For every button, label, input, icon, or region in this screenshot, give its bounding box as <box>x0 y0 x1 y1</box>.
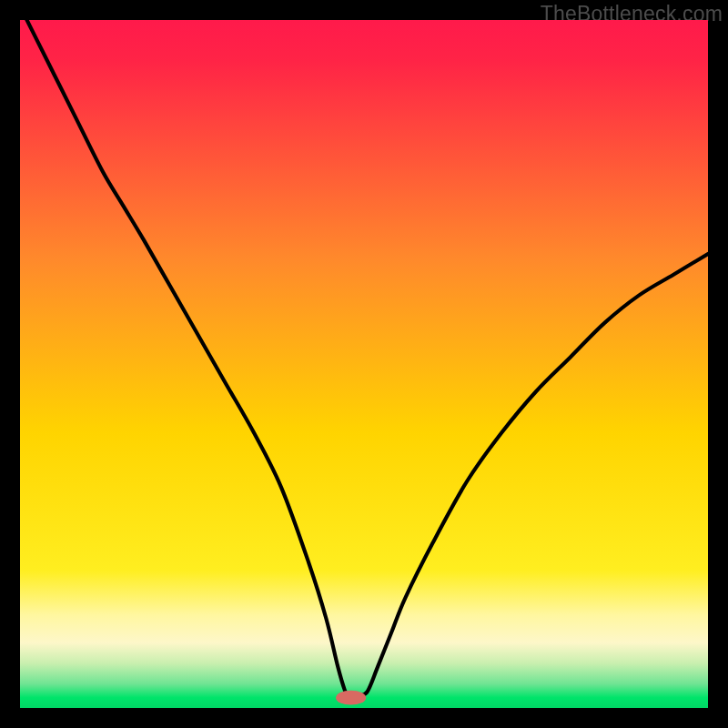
chart-frame: TheBottleneck.com <box>0 0 728 728</box>
bottleneck-plot <box>20 20 708 708</box>
plot-background <box>20 20 708 708</box>
optimal-point-marker <box>336 691 366 705</box>
